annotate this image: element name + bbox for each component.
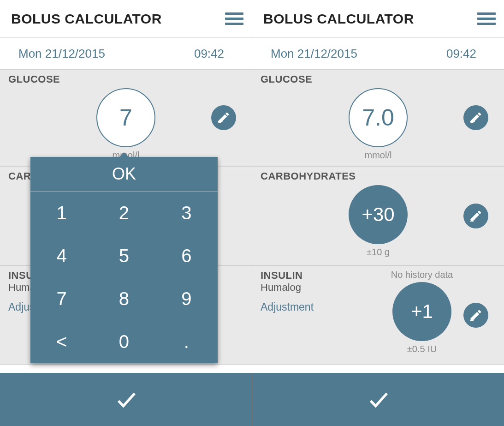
insulin-history-text: No history data <box>391 270 453 280</box>
glucose-unit: mmol/l <box>365 150 392 161</box>
datetime-row[interactable]: Mon 21/12/2015 09:42 <box>252 38 504 69</box>
key-4[interactable]: 4 <box>30 234 93 277</box>
key-6[interactable]: 6 <box>155 234 218 277</box>
svg-rect-7 <box>470 320 474 321</box>
pencil-icon[interactable] <box>463 105 488 130</box>
glucose-value-circle[interactable]: 7 <box>96 88 155 147</box>
screen-left: BOLUS CALCULATOR Mon 21/12/2015 09:42 GL… <box>0 0 252 426</box>
carbs-unit: ±10 g <box>367 247 390 258</box>
adjustment-link[interactable]: Adjustment <box>261 301 314 313</box>
key-5[interactable]: 5 <box>93 234 155 277</box>
insulin-type: Humalog <box>261 282 348 294</box>
header: BOLUS CALCULATOR <box>252 0 504 38</box>
insulin-label: INSULIN <box>261 270 348 282</box>
checkmark-icon <box>366 387 391 412</box>
insulin-unit: ±0.5 IU <box>407 344 437 354</box>
carbs-label: CARBOHYDRATES <box>261 170 496 182</box>
svg-rect-0 <box>218 121 223 122</box>
key-2[interactable]: 2 <box>93 192 155 234</box>
key-dot[interactable]: . <box>155 320 218 363</box>
numeric-keypad: OK 1 2 3 4 5 6 7 8 9 < 0 . <box>30 157 218 363</box>
time-text: 09:42 <box>446 47 476 61</box>
menu-icon[interactable] <box>225 10 243 28</box>
pencil-icon[interactable] <box>463 303 488 328</box>
glucose-section: GLUCOSE 7 mmol/l <box>0 69 252 166</box>
page-title: BOLUS CALCULATOR <box>11 11 162 27</box>
carbs-section: CARBOHYDRATES +30 ±10 g <box>252 166 504 265</box>
time-text: 09:42 <box>194 47 224 61</box>
key-0[interactable]: 0 <box>93 320 155 363</box>
confirm-button[interactable] <box>252 373 504 426</box>
key-7[interactable]: 7 <box>30 277 93 320</box>
glucose-label: GLUCOSE <box>261 73 496 85</box>
svg-rect-3 <box>470 123 474 124</box>
insulin-value-circle[interactable]: +1 <box>392 282 451 341</box>
screen-right: BOLUS CALCULATOR Mon 21/12/2015 09:42 GL… <box>252 0 504 426</box>
key-1[interactable]: 1 <box>30 192 93 234</box>
svg-rect-5 <box>470 221 474 222</box>
glucose-section: GLUCOSE 7.0 mmol/l <box>252 69 504 166</box>
svg-rect-2 <box>470 121 475 122</box>
pencil-icon[interactable] <box>463 204 488 228</box>
carbs-value-circle[interactable]: +30 <box>349 185 408 244</box>
glucose-label: GLUCOSE <box>8 73 243 85</box>
key-back[interactable]: < <box>30 320 93 363</box>
glucose-value-circle[interactable]: 7.0 <box>349 88 408 147</box>
page-title: BOLUS CALCULATOR <box>263 11 414 27</box>
menu-icon[interactable] <box>477 10 496 28</box>
confirm-button[interactable] <box>0 373 252 426</box>
keypad-ok-button[interactable]: OK <box>30 157 218 192</box>
svg-rect-6 <box>470 318 475 319</box>
date-text: Mon 21/12/2015 <box>271 47 357 61</box>
date-text: Mon 21/12/2015 <box>18 47 105 61</box>
svg-rect-1 <box>218 123 222 124</box>
key-9[interactable]: 9 <box>155 277 218 320</box>
insulin-section: INSULIN Humalog Adjustment No history da… <box>252 265 504 365</box>
key-8[interactable]: 8 <box>93 277 155 320</box>
pencil-icon[interactable] <box>211 105 236 130</box>
checkmark-icon <box>113 387 138 412</box>
key-3[interactable]: 3 <box>155 192 218 234</box>
datetime-row[interactable]: Mon 21/12/2015 09:42 <box>0 38 252 69</box>
svg-rect-4 <box>470 219 475 220</box>
header: BOLUS CALCULATOR <box>0 0 252 38</box>
